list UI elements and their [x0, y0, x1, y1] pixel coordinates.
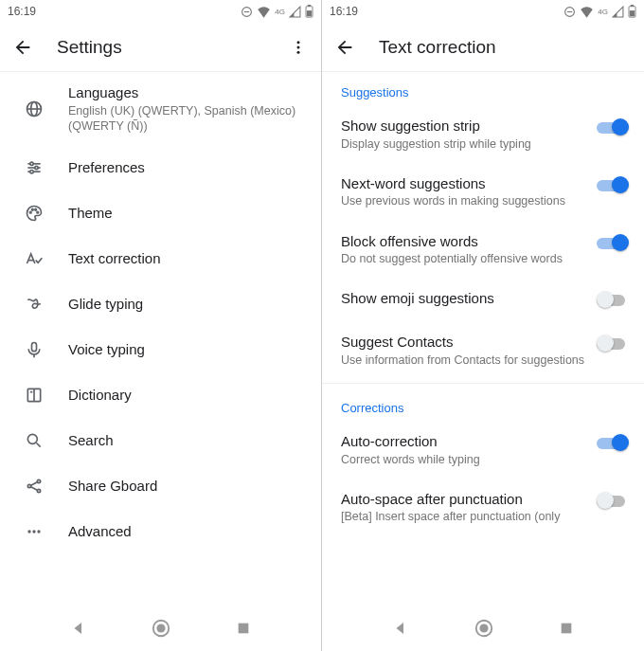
- svg-rect-47: [562, 624, 572, 634]
- back-button[interactable]: [11, 36, 34, 59]
- setting-title: Auto-correction: [341, 432, 587, 451]
- svg-line-32: [31, 482, 38, 485]
- list-item-subtitle: English (UK) (QWERTY), Spanish (Mexico) …: [68, 103, 302, 135]
- settings-list: Languages English (UK) (QWERTY), Spanish…: [0, 72, 321, 606]
- svg-point-20: [37, 211, 39, 213]
- network-label: 4G: [598, 8, 608, 16]
- section-header-suggestions: Suggestions: [322, 72, 644, 105]
- svg-rect-39: [239, 624, 249, 634]
- setting-auto-space-after-punctuation[interactable]: Auto-space after punctuation [Beta] Inse…: [322, 479, 644, 536]
- wifi-icon: [257, 6, 271, 18]
- nav-recents-button[interactable]: [236, 621, 251, 636]
- nav-home-button[interactable]: [474, 618, 494, 639]
- status-time: 16:19: [330, 5, 358, 18]
- network-label: 4G: [275, 8, 285, 16]
- toggle-show-emoji-suggestions[interactable]: [597, 291, 629, 310]
- screen-text-correction: 16:19 4G Text correction Suggestions Sho…: [322, 0, 644, 651]
- nav-back-button[interactable]: [70, 620, 87, 637]
- back-button[interactable]: [333, 36, 356, 59]
- toggle-auto-correction[interactable]: [597, 434, 629, 453]
- settings-item-voice-typing[interactable]: Voice typing: [0, 327, 321, 372]
- setting-auto-correction[interactable]: Auto-correction Correct words while typi…: [322, 421, 644, 479]
- svg-rect-44: [630, 10, 635, 16]
- list-item-title: Preferences: [68, 158, 302, 177]
- settings-item-theme[interactable]: Theme: [0, 190, 321, 236]
- list-item-title: Voice typing: [68, 340, 302, 359]
- svg-point-18: [32, 208, 34, 210]
- search-icon: [23, 429, 45, 452]
- svg-point-6: [297, 45, 300, 48]
- setting-block-offensive-words[interactable]: Block offensive words Do not suggest pot…: [322, 221, 644, 279]
- svg-point-29: [27, 484, 30, 487]
- list-item-title: Dictionary: [68, 386, 302, 405]
- svg-point-36: [37, 530, 40, 533]
- svg-rect-3: [308, 5, 312, 7]
- svg-point-35: [32, 530, 35, 533]
- divider: [322, 383, 644, 384]
- settings-item-dictionary[interactable]: Dictionary: [0, 372, 321, 418]
- screen-settings: 16:19 4G Settings: [0, 0, 322, 651]
- navigation-bar: [0, 606, 321, 651]
- settings-item-share-gboard[interactable]: Share Gboard: [0, 463, 321, 509]
- svg-point-16: [30, 171, 33, 173]
- setting-suggest-contacts[interactable]: Suggest Contacts Use information from Co…: [322, 321, 644, 379]
- toggle-suggest-contacts[interactable]: [597, 335, 629, 353]
- setting-subtitle: Use information from Contacts for sugges…: [341, 353, 587, 368]
- dnd-icon: [564, 6, 576, 18]
- setting-subtitle: Use previous words in making suggestions: [341, 193, 587, 208]
- setting-subtitle: Display suggestion strip while typing: [341, 136, 587, 152]
- svg-point-38: [157, 624, 166, 632]
- svg-point-34: [27, 530, 30, 533]
- svg-rect-22: [32, 343, 37, 352]
- microphone-icon: [23, 338, 45, 361]
- wifi-icon: [580, 6, 594, 18]
- list-item-title: Theme: [68, 204, 302, 223]
- sliders-icon: [23, 156, 45, 179]
- app-bar: Text correction: [322, 23, 644, 72]
- svg-point-5: [297, 41, 300, 44]
- section-header-corrections: Corrections: [322, 388, 644, 421]
- settings-item-glide-typing[interactable]: Glide typing: [0, 281, 321, 327]
- setting-subtitle: [Beta] Insert space after punctuation (o…: [341, 509, 587, 524]
- svg-point-14: [30, 162, 33, 165]
- setting-title: Show emoji suggestions: [341, 289, 587, 308]
- settings-item-advanced[interactable]: Advanced: [0, 509, 321, 554]
- dnd-icon: [241, 6, 253, 18]
- settings-item-languages[interactable]: Languages English (UK) (QWERTY), Spanish…: [0, 72, 321, 145]
- svg-line-33: [31, 487, 38, 490]
- setting-show-suggestion-strip[interactable]: Show suggestion strip Display suggestion…: [322, 105, 644, 163]
- list-item-title: Advanced: [68, 522, 302, 541]
- battery-icon: [628, 5, 636, 18]
- svg-point-46: [479, 624, 488, 632]
- svg-point-27: [27, 434, 37, 443]
- settings-item-preferences[interactable]: Preferences: [0, 145, 321, 190]
- status-time: 16:19: [8, 5, 36, 18]
- svg-point-15: [35, 166, 38, 169]
- setting-show-emoji-suggestions[interactable]: Show emoji suggestions: [322, 278, 644, 321]
- svg-point-7: [297, 50, 300, 53]
- svg-point-17: [29, 211, 31, 213]
- app-bar: Settings: [0, 23, 321, 72]
- nav-home-button[interactable]: [151, 618, 171, 639]
- settings-item-search[interactable]: Search: [0, 418, 321, 463]
- svg-point-19: [35, 208, 37, 210]
- battery-icon: [305, 5, 313, 18]
- setting-title: Next-word suggestions: [341, 174, 587, 193]
- toggle-show-suggestion-strip[interactable]: [597, 118, 629, 137]
- text-correction-icon: [23, 247, 45, 270]
- toggle-block-offensive-words[interactable]: [597, 234, 629, 253]
- toggle-next-word-suggestions[interactable]: [597, 176, 629, 195]
- toggle-auto-space-after-punctuation[interactable]: [597, 492, 629, 511]
- overflow-menu-button[interactable]: [287, 36, 310, 59]
- settings-item-text-correction[interactable]: Text correction: [0, 236, 321, 281]
- text-correction-list: Suggestions Show suggestion strip Displa…: [322, 72, 644, 606]
- setting-title: Suggest Contacts: [341, 333, 587, 352]
- setting-title: Show suggestion strip: [341, 117, 587, 136]
- signal-icon: [289, 6, 301, 18]
- nav-recents-button[interactable]: [559, 621, 574, 636]
- app-title: Text correction: [379, 37, 633, 58]
- palette-icon: [23, 202, 45, 225]
- nav-back-button[interactable]: [392, 620, 409, 637]
- setting-next-word-suggestions[interactable]: Next-word suggestions Use previous words…: [322, 163, 644, 221]
- list-item-title: Languages: [68, 83, 302, 102]
